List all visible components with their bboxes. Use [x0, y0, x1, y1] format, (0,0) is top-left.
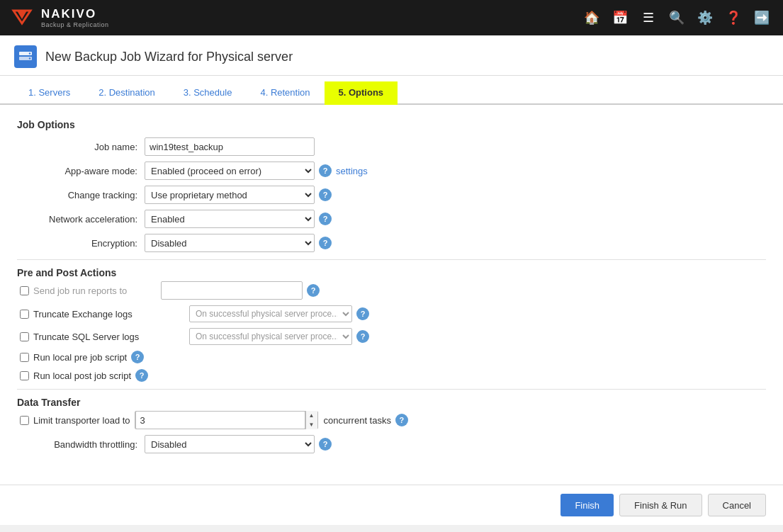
run-pre-script-label: Run local pre job script [33, 352, 127, 363]
limit-load-label: Limit transporter load to [33, 415, 130, 426]
encryption-label: Encryption: [17, 238, 145, 249]
tab-retention[interactable]: 4. Retention [246, 81, 324, 105]
server-icon [18, 49, 33, 64]
app-aware-label: App-aware mode: [17, 166, 145, 176]
job-name-input[interactable] [145, 137, 315, 156]
pre-post-title: Pre and Post Actions [17, 267, 766, 278]
change-tracking-label: Change tracking: [17, 190, 145, 200]
app-aware-select[interactable]: Enabled (proceed on error) Enabled (fail… [145, 162, 315, 180]
change-tracking-select[interactable]: Use proprietary method Disabled [145, 186, 315, 204]
send-reports-label: Send job run reports to [33, 285, 161, 296]
truncate-exchange-help-icon[interactable]: ? [356, 307, 369, 320]
spinner-buttons: ▲ ▼ [305, 411, 317, 429]
tab-nav: 1. Servers 2. Destination 3. Schedule 4.… [0, 76, 783, 105]
change-tracking-row: Change tracking: Use proprietary method … [17, 186, 766, 204]
logo-subtitle: Backup & Replication [41, 21, 109, 28]
limit-load-checkbox[interactable] [20, 416, 29, 425]
divider-2 [17, 389, 766, 390]
encryption-help-icon[interactable]: ? [319, 237, 332, 249]
svg-point-5 [29, 52, 30, 54]
truncate-exchange-checkbox[interactable] [20, 310, 29, 319]
run-pre-script-checkbox[interactable] [20, 353, 29, 362]
spinner-down-button[interactable]: ▼ [306, 420, 317, 429]
job-name-label: Job name: [17, 142, 145, 152]
network-accel-label: Network acceleration: [17, 214, 145, 225]
truncate-sql-checkbox[interactable] [20, 332, 29, 341]
network-accel-control: Enabled Disabled ? [145, 210, 332, 228]
run-post-script-checkbox[interactable] [20, 371, 29, 380]
nav-icons: 🏠 📅 ☰ 🔍 ⚙️ ❓ ➡️ [579, 5, 774, 30]
bandwidth-row: Bandwidth throttling: Disabled Enabled ? [17, 435, 766, 453]
encryption-select[interactable]: Disabled Enabled [145, 234, 315, 252]
top-bar: NAKIVO Backup & Replication 🏠 📅 ☰ 🔍 ⚙️ ❓… [0, 0, 783, 35]
main-content: New Backup Job Wizard for Physical serve… [0, 35, 783, 525]
truncate-sql-label: Truncate SQL Server logs [33, 332, 189, 342]
data-transfer-title: Data Transfer [17, 397, 766, 408]
encryption-row: Encryption: Disabled Enabled ? [17, 234, 766, 252]
search-icon[interactable]: 🔍 [664, 5, 689, 30]
bandwidth-control: Disabled Enabled ? [145, 435, 332, 453]
bandwidth-label: Bandwidth throttling: [17, 439, 145, 450]
send-reports-help-icon[interactable]: ? [307, 284, 320, 297]
footer-area: Finish Finish & Run Cancel [0, 485, 783, 525]
list-icon[interactable]: ☰ [636, 5, 661, 30]
cancel-button[interactable]: Cancel [708, 494, 766, 516]
run-post-script-help-icon[interactable]: ? [135, 369, 148, 382]
logo: NAKIVO Backup & Replication [9, 4, 109, 33]
run-pre-script-row: Run local pre job script ? [17, 351, 766, 363]
change-tracking-help-icon[interactable]: ? [319, 188, 332, 201]
run-post-script-label: Run local post job script [33, 370, 131, 381]
concurrent-tasks-label: concurrent tasks [324, 415, 391, 426]
bandwidth-help-icon[interactable]: ? [319, 438, 332, 451]
logo-name: NAKIVO [41, 7, 96, 21]
job-name-row: Job name: [17, 137, 766, 156]
run-post-script-row: Run local post job script ? [17, 369, 766, 382]
help-icon[interactable]: ❓ [721, 5, 746, 30]
logout-icon[interactable]: ➡️ [749, 5, 774, 30]
tab-options[interactable]: 5. Options [325, 81, 398, 105]
wizard-header: New Backup Job Wizard for Physical serve… [0, 35, 783, 76]
tab-schedule[interactable]: 3. Schedule [169, 81, 247, 105]
concurrent-tasks-spinner: ▲ ▼ [135, 411, 318, 429]
tab-servers[interactable]: 1. Servers [14, 81, 84, 105]
truncate-exchange-row: Truncate Exchange logs On successful phy… [17, 305, 766, 322]
wizard-title: New Backup Job Wizard for Physical serve… [45, 50, 293, 64]
wizard-icon [14, 45, 37, 68]
truncate-sql-row: Truncate SQL Server logs On successful p… [17, 328, 766, 345]
app-aware-row: App-aware mode: Enabled (proceed on erro… [17, 162, 766, 180]
truncate-sql-help-icon[interactable]: ? [356, 330, 369, 343]
settings-icon[interactable]: ⚙️ [692, 5, 718, 30]
nakivo-logo-icon [9, 4, 35, 30]
send-reports-input[interactable] [161, 281, 303, 300]
limit-load-row: Limit transporter load to ▲ ▼ concurrent… [17, 411, 766, 429]
send-reports-row: Send job run reports to ? [17, 281, 766, 300]
job-options-title: Job Options [17, 119, 766, 130]
logo-text-block: NAKIVO Backup & Replication [41, 7, 109, 28]
job-name-control [145, 137, 315, 156]
app-aware-help-icon[interactable]: ? [319, 164, 332, 177]
divider-1 [17, 259, 766, 260]
calendar-icon[interactable]: 📅 [607, 5, 633, 30]
send-reports-checkbox[interactable] [20, 286, 29, 295]
home-icon[interactable]: 🏠 [579, 5, 604, 30]
network-accel-row: Network acceleration: Enabled Disabled ? [17, 210, 766, 228]
change-tracking-control: Use proprietary method Disabled ? [145, 186, 332, 204]
truncate-exchange-select[interactable]: On successful physical server proce... [189, 305, 352, 322]
settings-link[interactable]: settings [336, 166, 368, 176]
encryption-control: Disabled Enabled ? [145, 234, 332, 252]
concurrent-tasks-input[interactable] [135, 411, 305, 429]
app-aware-control: Enabled (proceed on error) Enabled (fail… [145, 162, 368, 180]
svg-point-6 [29, 57, 30, 59]
spinner-up-button[interactable]: ▲ [306, 411, 317, 420]
run-pre-script-help-icon[interactable]: ? [131, 351, 144, 363]
bandwidth-select[interactable]: Disabled Enabled [145, 435, 315, 453]
truncate-exchange-label: Truncate Exchange logs [33, 309, 189, 319]
truncate-sql-select[interactable]: On successful physical server proce... [189, 328, 352, 345]
network-accel-select[interactable]: Enabled Disabled [145, 210, 315, 228]
tab-destination[interactable]: 2. Destination [84, 81, 169, 105]
finish-button[interactable]: Finish [561, 494, 614, 516]
finish-run-button[interactable]: Finish & Run [619, 494, 702, 516]
concurrent-tasks-help-icon[interactable]: ? [395, 414, 408, 426]
network-accel-help-icon[interactable]: ? [319, 213, 332, 225]
form-area: Job Options Job name: App-aware mode: En… [0, 105, 783, 470]
